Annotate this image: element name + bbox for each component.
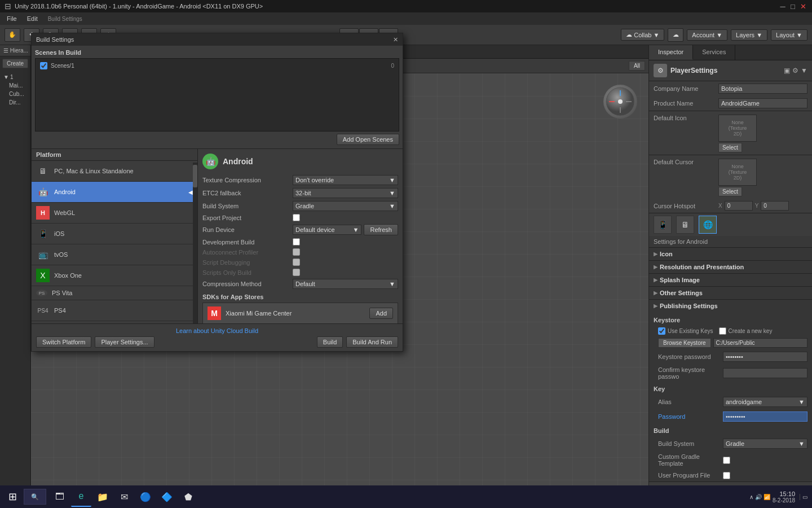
titlebar-controls[interactable]: ─ □ ✕ [778, 2, 807, 11]
maximize-button[interactable]: □ [788, 2, 797, 11]
platform-webgl[interactable]: H WebGL [32, 203, 197, 224]
hierarchy-item[interactable]: ▼ 1 [2, 73, 28, 81]
close-button[interactable]: ✕ [798, 2, 807, 11]
inspector-icon1[interactable]: ▣ [784, 67, 790, 75]
web-icon-btn[interactable]: 🌐 [699, 216, 717, 234]
default-cursor-select-btn[interactable]: Select [718, 187, 742, 196]
taskbar-app-chrome[interactable]: 🔵 [135, 487, 156, 507]
pc-icon-btn[interactable]: 🖥 [676, 216, 694, 234]
cloud-build-link[interactable]: Learn about Unity Cloud Build [36, 327, 398, 334]
default-icon-select-btn[interactable]: Select [718, 143, 742, 152]
other-section-header[interactable]: ▶ Other Settings [649, 287, 812, 299]
start-button[interactable]: ⊞ [2, 487, 23, 507]
etc2-fallback-dropdown[interactable]: 32-bit ▼ [293, 188, 398, 198]
splash-section-header[interactable]: ▶ Splash Image [649, 274, 812, 286]
key-password-input[interactable] [723, 411, 807, 422]
publishing-section-header[interactable]: ▶ Publishing Settings [649, 300, 812, 312]
show-desktop-icon[interactable]: ▭ [800, 494, 807, 500]
icon-section-header[interactable]: ▶ Icon [649, 248, 812, 260]
texture-compression-dropdown[interactable]: Don't override ▼ [293, 175, 398, 185]
keystore-password-input[interactable] [723, 352, 807, 362]
all-button[interactable]: All [629, 61, 645, 71]
taskbar-app-files[interactable]: 📁 [92, 487, 113, 507]
company-name-input[interactable] [718, 84, 807, 94]
etc2-fallback-value: 32-bit [295, 190, 311, 196]
key-password-row: Password [654, 409, 812, 424]
export-project-checkbox[interactable] [293, 214, 300, 221]
taskbar-time-value: 15:10 [773, 491, 795, 497]
inspector-tab[interactable]: Inspector [649, 45, 693, 60]
titlebar-title: Unity 2018.1.0b6 Personal (64bit) - 1.un… [15, 3, 263, 10]
cursor-x-input[interactable] [725, 201, 753, 211]
build-system-inspector-value: Gradle [726, 440, 744, 447]
layout-button[interactable]: Layout ▼ [771, 29, 807, 41]
cursor-y-input[interactable] [761, 201, 789, 211]
compression-method-arrow: ▼ [389, 281, 395, 287]
scene-nav-widget[interactable] [598, 79, 643, 124]
user-proguard-checkbox[interactable] [723, 472, 730, 479]
menu-edit[interactable]: Edit [23, 14, 42, 23]
account-button[interactable]: Account ▼ [687, 29, 727, 41]
refresh-button[interactable]: Refresh [364, 224, 398, 235]
inspector-icon3[interactable]: ▼ [801, 67, 807, 75]
etc2-fallback-label: ETC2 fallback [202, 190, 293, 196]
switch-platform-button[interactable]: Switch Platform [36, 336, 91, 348]
phone-icon-btn[interactable]: 📱 [654, 216, 672, 234]
taskbar-app-edge[interactable]: e [71, 487, 91, 507]
hierarchy-cube[interactable]: Cub... [2, 90, 28, 98]
scene-index: 0 [391, 63, 394, 69]
confirm-keystore-input[interactable] [723, 368, 807, 378]
player-settings-button[interactable]: Player Settings... [95, 336, 154, 348]
build-settings-title: Build Settings [48, 16, 82, 22]
create-new-key-checkbox[interactable] [719, 327, 726, 335]
run-device-dropdown[interactable]: Default device ▼ [293, 225, 361, 235]
taskbar-app-mail[interactable]: ✉ [114, 487, 134, 507]
development-build-checkbox[interactable] [293, 238, 300, 246]
right-panel: Inspector Services ⚙ PlayerSettings ▣ ⚙ … [648, 45, 812, 508]
taskbar-app-task-view[interactable]: 🗔 [50, 487, 70, 507]
hand-tool-button[interactable]: ✋ [5, 28, 20, 42]
platform-pc[interactable]: 🖥 PC, Mac & Linux Standalone [32, 161, 197, 182]
use-existing-keys-checkbox[interactable] [658, 327, 665, 335]
platform-xboxone[interactable]: X Xbox One [32, 265, 197, 286]
resolution-section-header[interactable]: ▶ Resolution and Presentation [649, 261, 812, 273]
layers-button[interactable]: Layers ▼ [731, 29, 767, 41]
alias-dropdown[interactable]: androidgame ▼ [723, 397, 807, 407]
create-button[interactable]: Create [2, 59, 28, 68]
platform-ios[interactable]: 📱 iOS [32, 224, 197, 244]
custom-gradle-checkbox[interactable] [723, 457, 730, 464]
platform-scrollbar[interactable] [193, 163, 197, 323]
platform-section: Platform 🖥 PC, Mac & Linux Standalone 🤖 … [32, 148, 403, 323]
taskbar-app-unity[interactable]: ⬟ [178, 487, 198, 507]
collab-icon: ☁ [626, 31, 632, 38]
services-tab[interactable]: Services [693, 45, 735, 60]
keystore-path-input[interactable] [713, 338, 807, 348]
cloud-button[interactable]: ☁ [668, 28, 683, 42]
taskbar-app-vscode[interactable]: 🔷 [157, 487, 177, 507]
taskbar-search-button[interactable]: 🔍 [24, 489, 46, 505]
scene-checkbox[interactable] [40, 62, 47, 69]
add-sdk-button[interactable]: Add [369, 308, 393, 319]
add-open-scenes-button[interactable]: Add Open Scenes [337, 134, 399, 145]
build-button[interactable]: Build [317, 336, 343, 348]
build-system-dropdown[interactable]: Gradle ▼ [723, 439, 807, 449]
compression-method-dropdown[interactable]: Default ▼ [293, 279, 398, 289]
default-cursor-label: Default Cursor [654, 159, 718, 165]
hierarchy-dir[interactable]: Dir... [2, 98, 28, 107]
platform-tvos[interactable]: 📺 tvOS [32, 244, 197, 265]
menu-file[interactable]: File [2, 14, 21, 23]
platform-psvita[interactable]: PS PS Vita [32, 286, 197, 300]
build-settings-close-icon[interactable]: ✕ [393, 36, 398, 43]
sdk-item: M Xiaomi Mi Game Center Add [202, 303, 398, 323]
build-system-settings-dropdown[interactable]: Gradle ▼ [293, 201, 398, 211]
product-name-input[interactable] [718, 98, 807, 108]
hierarchy-main[interactable]: Mai... [2, 81, 28, 90]
inspector-icon2[interactable]: ⚙ [792, 67, 798, 75]
collab-button[interactable]: ☁ Collab ▼ [621, 29, 664, 41]
browse-keystore-button[interactable]: Browse Keystore [658, 338, 711, 348]
platform-ps4[interactable]: PS4 PS4 [32, 300, 197, 321]
minimize-button[interactable]: ─ [778, 2, 787, 11]
platform-android[interactable]: 🤖 Android ◀ [32, 182, 197, 203]
taskbar-date-value: 8-2-2018 [773, 497, 795, 503]
build-and-run-button[interactable]: Build And Run [346, 336, 398, 348]
